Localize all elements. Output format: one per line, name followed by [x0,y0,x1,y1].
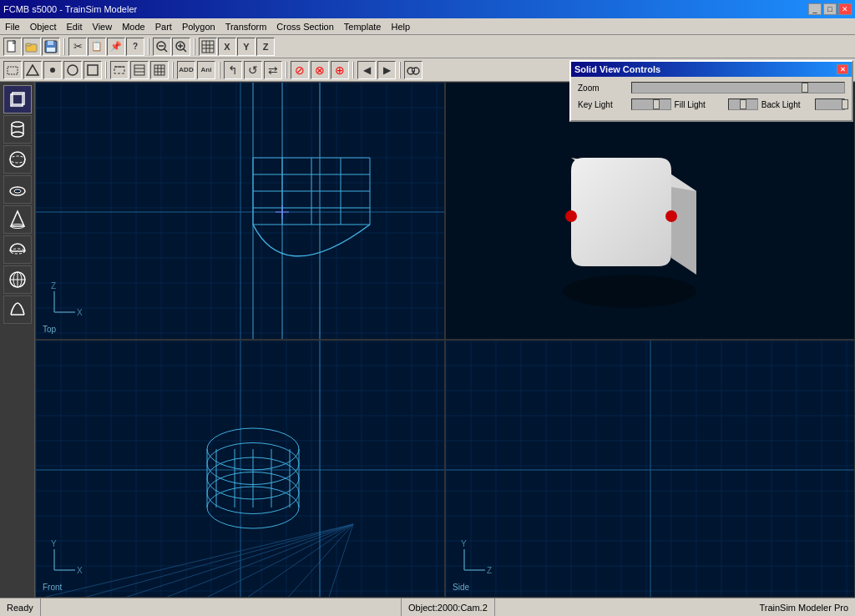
undo-button[interactable]: ↰ [224,61,242,79]
point-button[interactable] [43,61,62,79]
zoom-buttons [153,38,190,56]
sidebar-cone-button[interactable] [3,205,32,234]
menu-item-view[interactable]: View [88,20,118,33]
viewport-front[interactable]: Y X Front [35,340,445,598]
key-light-thumb [653,99,660,109]
svc-close-button[interactable]: ✕ [837,64,848,74]
status-product: TrainSim Modeler Pro [495,598,855,616]
svc-title[interactable]: Solid View Controls ✕ [571,62,852,77]
status-bar: Ready Object:2000:Cam.2 TrainSim Modeler… [0,598,855,616]
sidebar-cylinder-button[interactable] [3,115,32,144]
viewports: Z X Top Y X Front [35,82,855,598]
menu-item-edit[interactable]: Edit [62,20,88,33]
main-area: Z X Top Y X Front [0,82,855,598]
menu-item-cross-section[interactable]: Cross Section [271,20,338,33]
lights-row: Key Light Fill Light Back Light [578,98,845,110]
svg-point-44 [12,132,23,137]
status-object: Object:2000:Cam.2 [402,598,495,616]
menu-item-template[interactable]: Template [339,20,387,33]
title-bar: FCMB s5000 - TrainSim Modeler _ □ ✕ [0,0,855,18]
menu-item-polygon[interactable]: Polygon [177,20,220,33]
svg-line-10 [184,48,187,52]
toolbar1: ✂ 📋 📌 ? X Y Z [0,35,855,58]
svg-rect-22 [88,65,98,75]
no-entry1-button[interactable]: ⊘ [291,61,309,79]
svg-rect-25 [134,65,144,75]
maximize-button[interactable]: □ [823,3,837,15]
fill-light-slider[interactable] [728,98,758,110]
z-button[interactable]: Z [256,38,275,56]
zoom-label: Zoom [578,83,628,93]
axis-buttons: X Y Z [199,38,275,56]
new-button[interactable] [3,38,22,56]
sidebar-globe-button[interactable] [3,265,32,294]
sep4 [105,62,107,78]
no-entry2-button[interactable]: ⊗ [311,61,329,79]
sidebar-half-sphere-button[interactable] [3,235,32,264]
title-text: FCMB s5000 - TrainSim Modeler [3,4,137,14]
x-button[interactable]: X [218,38,236,56]
svg-point-46 [10,156,25,163]
sidebar-sphere-button[interactable] [3,145,32,174]
back-light-thumb [842,99,848,109]
add-button[interactable]: ADD [177,61,195,79]
y-button[interactable]: Y [237,38,255,56]
status-object-text: Object:2000:Cam.2 [408,603,488,613]
status-product-text: TrainSim Modeler Pro [759,603,848,613]
save-button[interactable] [42,38,60,56]
ani-button[interactable]: Ani [197,61,215,79]
zoom-out-button[interactable] [153,38,171,56]
sep7 [286,62,287,78]
sep9 [399,62,401,78]
menu-item-help[interactable]: Help [386,20,415,33]
zoom-in-button[interactable] [172,38,190,56]
svg-rect-18 [8,67,18,74]
menu-item-file[interactable]: File [0,20,25,33]
svc-title-text: Solid View Controls [574,64,660,74]
prev-button[interactable]: ◀ [357,61,376,79]
open-button[interactable] [23,38,41,56]
menu-item-object[interactable]: Object [25,20,62,33]
fill-light-label: Fill Light [675,100,725,109]
binoculars-button[interactable] [404,61,422,79]
status-ready: Ready [0,598,41,616]
fill-light-thumb [740,99,746,109]
paste-button[interactable]: 📌 [107,38,125,56]
back-light-slider[interactable] [815,98,845,110]
refresh-button[interactable]: ↺ [244,61,262,79]
triangle-button[interactable] [23,61,42,79]
window-controls: _ □ ✕ [808,3,852,15]
grid-button[interactable] [199,38,217,56]
cut-button[interactable]: ✂ [68,38,87,56]
viewport-side[interactable]: Y Z Side [445,340,855,598]
sidebar-torus-button[interactable] [3,175,32,204]
minimize-button[interactable]: _ [808,3,822,15]
back-light-label: Back Light [761,100,812,109]
sidebar-patch-button[interactable] [3,295,32,324]
select-rect-button[interactable] [3,61,22,79]
swap-button[interactable]: ⇄ [264,61,282,79]
svg-rect-13 [202,41,214,53]
square-button[interactable] [83,61,102,79]
menu-item-part[interactable]: Part [150,20,177,33]
svg-marker-19 [27,65,38,75]
sidebar-cube-button[interactable] [3,85,32,114]
help-button[interactable]: ? [126,38,144,56]
menu-item-mode[interactable]: Mode [117,20,150,33]
circle-button[interactable] [63,61,82,79]
viewport-top[interactable]: Z X Top [35,82,445,340]
file-buttons [3,38,60,56]
next-button[interactable]: ▶ [377,61,396,79]
no-entry3-button[interactable]: ⊕ [331,61,349,79]
copy-button[interactable]: 📋 [88,38,106,56]
svg-point-21 [68,65,78,75]
zoom-slider[interactable] [631,82,845,93]
key-light-slider[interactable] [631,98,671,110]
svg-line-7 [164,48,168,52]
dotted-rect-button[interactable] [110,61,129,79]
striped1-button[interactable] [130,61,149,79]
striped2-button[interactable] [150,61,169,79]
menu-item-transform[interactable]: Transform [220,20,272,33]
svg-rect-2 [26,43,31,46]
close-button[interactable]: ✕ [838,3,852,15]
